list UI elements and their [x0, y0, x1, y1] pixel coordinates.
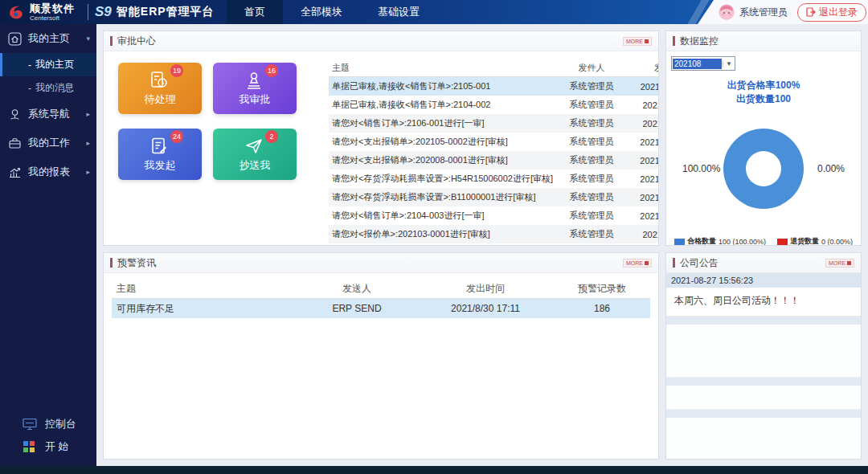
sidebar-item-我的报表[interactable]: 我的报表▸: [0, 157, 96, 186]
app-title: 智能ERP管理平台: [117, 5, 215, 19]
count-badge: 24: [170, 130, 183, 143]
centersoft-swirl-icon: [6, 2, 26, 22]
sidebar-footer-开始[interactable]: 开 始: [0, 435, 96, 458]
approval-body: 19待处理16我审批24我发起2抄送我 主题发件人发出时间 单据已审核,请接收<…: [104, 51, 658, 246]
sidebar-item-label: 我的工作: [28, 136, 70, 150]
approval-center-title: 审批中心: [117, 35, 156, 48]
cell-subject: 请您对<存货浮动耗损率设置>:B11000001进行[审核]: [329, 191, 553, 203]
cell-sender: 系统管理员: [553, 136, 630, 148]
more-label: MORE: [626, 39, 643, 44]
more-grid-icon: [645, 39, 649, 43]
logout-button[interactable]: 退出登录: [797, 3, 866, 22]
legend-label: 合格数量: [687, 236, 716, 246]
alerts-panel: 预警资讯 MORE 主题发送人发出时间预警记录数 可用库存不足ERP SEND2…: [103, 252, 659, 460]
cell-sender: 系统管理员: [553, 99, 630, 111]
table-row[interactable]: 请您对<支出报销单>:202008-0001进行[审核]系统管理员2021/5/…: [329, 151, 659, 170]
alert-row[interactable]: 可用库存不足ERP SEND2021/8/30 17:11186: [112, 299, 650, 318]
sidebar-item-label: 我的主页: [28, 31, 70, 46]
title-marker: [110, 258, 113, 268]
sidebar-item-label: 系统导航: [28, 107, 70, 121]
cell-sender: 系统管理员: [553, 191, 630, 203]
tile-待处理[interactable]: 19待处理: [118, 63, 202, 114]
paper-plane-icon: 2: [244, 137, 265, 156]
tile-label: 我发起: [145, 158, 176, 173]
alerts-table-rows: 可用库存不足ERP SEND2021/8/30 17:11186: [112, 299, 650, 318]
table-row[interactable]: 请您对<销售订单>:2104-003进行[一审]系统管理员2021/4/23 1…: [329, 206, 659, 225]
alerts-more-button[interactable]: MORE: [623, 259, 652, 268]
briefcase-icon: [8, 137, 22, 150]
console-icon: [23, 418, 37, 431]
announcements-header: 公司公告 MORE: [666, 253, 861, 273]
cell-count: 186: [554, 303, 650, 314]
table-row[interactable]: 请您对<存货浮动耗损率设置>:H54R15006002进行[审核]系统管理员20…: [329, 170, 659, 188]
logo-divider: [88, 4, 88, 20]
sidebar-subitem-我的主页[interactable]: 我的主页: [0, 53, 96, 76]
approval-center-header: 审批中心 MORE: [104, 31, 658, 51]
data-monitor-title: 数据监控: [680, 35, 719, 48]
cell-time: 2021/5/22 16:39: [630, 156, 659, 165]
data-monitor-body: 202108 ▼ 出货合格率100% 出货数量100 100.00% 0.00%…: [666, 51, 861, 246]
main-content: 审批中心 MORE 19待处理16我审批24我发起2抄送我 主题发件人发出时间 …: [96, 24, 868, 466]
cell-subject: 可用库存不足: [112, 302, 297, 316]
column-header-发件人: 发件人: [553, 62, 630, 74]
cell-time: 2021/5/21 16:13: [630, 193, 659, 202]
announcement-content[interactable]: 本周六、周日公司活动！！！: [666, 288, 861, 317]
table-row[interactable]: 单据已审核,请接收<销售订单>:2104-002系统管理员2021/8/5 16…: [329, 96, 659, 114]
count-badge: 19: [170, 64, 183, 77]
empty-slot: [666, 386, 861, 410]
tab-基础设置[interactable]: 基础设置: [360, 0, 437, 24]
period-select[interactable]: 202108 ▼: [671, 56, 735, 71]
chevron-right-icon: ▸: [86, 168, 90, 176]
title-marker: [110, 36, 113, 46]
announcements-title: 公司公告: [680, 256, 719, 270]
announcements-more-button[interactable]: MORE: [825, 259, 854, 268]
announcements-body: 2021-08-27 15:56:23本周六、周日公司活动！！！: [666, 273, 861, 459]
tile-我发起[interactable]: 24我发起: [118, 129, 202, 180]
top-nav-tabs: 首页全部模块基础设置: [227, 0, 437, 24]
logout-icon: [806, 7, 816, 17]
cell-time: 2021/3/3 12:00: [630, 230, 659, 239]
tile-抄送我[interactable]: 2抄送我: [213, 129, 297, 180]
cell-time: 2021/8/30 17:11: [417, 303, 554, 314]
donut-label-right: 0.00%: [817, 163, 845, 174]
legend-swatch: [674, 239, 685, 245]
sidebar-menu: 我的主页▾我的主页我的消息系统导航▸我的工作▸我的报表▸: [0, 24, 96, 186]
sidebar-item-我的主页[interactable]: 我的主页▾: [0, 24, 96, 53]
footer-label: 控制台: [45, 417, 76, 431]
column-header-发送人: 发送人: [297, 282, 417, 296]
table-row[interactable]: 请您对<支出报销单>:202105-0002进行[审核]系统管理员2021/5/…: [329, 133, 659, 151]
table-row[interactable]: 请您对<报价单>:202103-0001进行[审核]系统管理员2021/3/3 …: [329, 225, 659, 243]
cell-subject: 请您对<支出报销单>:202008-0001进行[审核]: [329, 154, 553, 166]
sidebar-item-系统导航[interactable]: 系统导航▸: [0, 100, 96, 129]
table-row[interactable]: 请您对<销售订单>:2106-001进行[一审]系统管理员2021/6/5 14…: [329, 114, 659, 133]
sidebar-footer-控制台[interactable]: 控制台: [0, 413, 96, 435]
cell-time: 2021/5/22 17:41: [630, 137, 659, 147]
table-row[interactable]: 请您对<存货浮动耗损率设置>:B11000001进行[审核]系统管理员2021/…: [329, 188, 659, 206]
table-row[interactable]: 单据已审核,请接收<销售订单>:2105-001系统管理员2021/8/14 1…: [329, 77, 659, 96]
sidebar-item-label: 我的报表: [28, 165, 70, 179]
report-icon: [8, 165, 22, 179]
legend-value: 0 (0.00%): [821, 238, 853, 246]
sidebar-subitem-我的消息[interactable]: 我的消息: [0, 76, 96, 100]
tab-首页[interactable]: 首页: [227, 0, 283, 24]
cell-time: 2021/4/23 14:06: [630, 211, 659, 221]
cell-subject: 请您对<存货浮动耗损率设置>:H54R15006002进行[审核]: [329, 173, 553, 185]
cell-time: 2021/5/21 16:13: [630, 174, 659, 184]
chevron-right-icon: ▸: [86, 110, 90, 118]
empty-slot-divider: [666, 410, 861, 418]
cell-subject: 请您对<报价单>:202103-0001进行[审核]: [329, 228, 553, 240]
user-area: 系统管理员 退出登录: [698, 0, 868, 24]
tab-全部模块[interactable]: 全部模块: [283, 0, 360, 24]
user-avatar[interactable]: [719, 4, 735, 20]
donut-label-left: 100.00%: [682, 163, 720, 174]
column-header-预警记录数: 预警记录数: [554, 282, 650, 296]
sidebar-item-我的工作[interactable]: 我的工作▸: [0, 129, 96, 157]
approval-more-button[interactable]: MORE: [623, 37, 652, 46]
cell-sender: 系统管理员: [553, 173, 630, 185]
tile-我审批[interactable]: 16我审批: [213, 63, 297, 114]
alerts-table-header: 主题发送人发出时间预警记录数: [112, 280, 650, 299]
cell-subject: 请您对<支出报销单>:202105-0002进行[审核]: [329, 136, 553, 148]
chart-legend: 合格数量 100 (100.00%)退货数量 0 (0.00%): [671, 236, 856, 246]
chevron-down-icon: ▾: [86, 35, 90, 43]
cell-sender: ERP SEND: [297, 303, 417, 314]
